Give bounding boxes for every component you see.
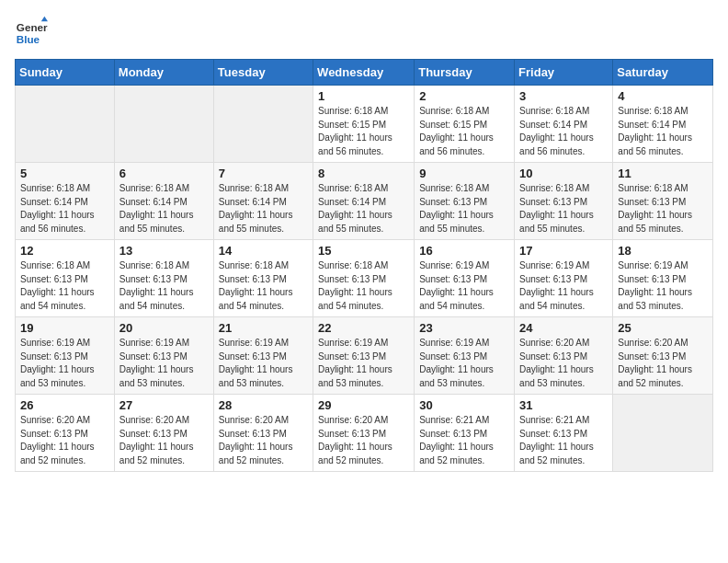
day-number: 16 [419, 244, 509, 258]
day-info: Sunrise: 6:18 AM Sunset: 6:13 PM Dayligh… [119, 259, 209, 313]
calendar-cell: 28Sunrise: 6:20 AM Sunset: 6:13 PM Dayli… [213, 395, 313, 472]
calendar-cell: 12Sunrise: 6:18 AM Sunset: 6:13 PM Dayli… [16, 240, 115, 317]
weekday-header-monday: Monday [114, 60, 213, 86]
day-info: Sunrise: 6:19 AM Sunset: 6:13 PM Dayligh… [618, 259, 708, 313]
week-row-1: 1Sunrise: 6:18 AM Sunset: 6:15 PM Daylig… [16, 86, 713, 163]
day-info: Sunrise: 6:18 AM Sunset: 6:15 PM Dayligh… [318, 105, 409, 158]
day-number: 31 [519, 398, 608, 412]
day-info: Sunrise: 6:18 AM Sunset: 6:13 PM Dayligh… [20, 259, 109, 313]
calendar-cell: 3Sunrise: 6:18 AM Sunset: 6:14 PM Daylig… [515, 86, 613, 163]
weekday-header-thursday: Thursday [415, 60, 515, 86]
day-number: 11 [618, 167, 708, 180]
day-number: 23 [419, 321, 509, 335]
week-row-5: 26Sunrise: 6:20 AM Sunset: 6:13 PM Dayli… [16, 395, 713, 472]
logo-icon: General Blue [15, 15, 48, 48]
calendar-cell: 17Sunrise: 6:19 AM Sunset: 6:13 PM Dayli… [515, 240, 613, 317]
calendar-cell: 13Sunrise: 6:18 AM Sunset: 6:13 PM Dayli… [114, 240, 213, 317]
calendar-cell [613, 395, 713, 472]
day-info: Sunrise: 6:19 AM Sunset: 6:13 PM Dayligh… [219, 337, 308, 390]
day-info: Sunrise: 6:20 AM Sunset: 6:13 PM Dayligh… [618, 337, 708, 390]
day-info: Sunrise: 6:18 AM Sunset: 6:13 PM Dayligh… [618, 182, 708, 236]
day-number: 25 [618, 321, 708, 335]
day-number: 29 [318, 398, 409, 412]
svg-text:Blue: Blue [17, 33, 40, 45]
calendar-cell: 15Sunrise: 6:18 AM Sunset: 6:13 PM Dayli… [313, 240, 415, 317]
day-number: 18 [618, 244, 708, 258]
calendar-cell: 19Sunrise: 6:19 AM Sunset: 6:13 PM Dayli… [16, 317, 115, 395]
calendar-cell: 5Sunrise: 6:18 AM Sunset: 6:14 PM Daylig… [16, 163, 115, 240]
day-number: 8 [318, 167, 409, 180]
calendar-cell: 23Sunrise: 6:19 AM Sunset: 6:13 PM Dayli… [415, 317, 515, 395]
calendar-cell: 14Sunrise: 6:18 AM Sunset: 6:13 PM Dayli… [213, 240, 313, 317]
day-info: Sunrise: 6:20 AM Sunset: 6:13 PM Dayligh… [519, 337, 608, 390]
day-info: Sunrise: 6:18 AM Sunset: 6:15 PM Dayligh… [419, 105, 509, 158]
calendar-cell: 22Sunrise: 6:19 AM Sunset: 6:13 PM Dayli… [313, 317, 415, 395]
svg-text:General: General [17, 21, 48, 33]
day-number: 22 [318, 321, 409, 335]
calendar-cell: 21Sunrise: 6:19 AM Sunset: 6:13 PM Dayli… [213, 317, 313, 395]
day-number: 14 [219, 244, 308, 258]
day-number: 2 [419, 89, 509, 103]
calendar-table: SundayMondayTuesdayWednesdayThursdayFrid… [15, 59, 713, 472]
logo: General Blue [15, 15, 48, 48]
calendar-cell: 11Sunrise: 6:18 AM Sunset: 6:13 PM Dayli… [613, 163, 713, 240]
day-info: Sunrise: 6:18 AM Sunset: 6:14 PM Dayligh… [519, 105, 608, 158]
day-number: 17 [519, 244, 608, 258]
weekday-header-friday: Friday [515, 60, 613, 86]
calendar-cell: 18Sunrise: 6:19 AM Sunset: 6:13 PM Dayli… [613, 240, 713, 317]
day-number: 13 [119, 244, 209, 258]
calendar-cell: 27Sunrise: 6:20 AM Sunset: 6:13 PM Dayli… [114, 395, 213, 472]
calendar-cell: 10Sunrise: 6:18 AM Sunset: 6:13 PM Dayli… [515, 163, 613, 240]
day-number: 12 [20, 244, 109, 258]
day-info: Sunrise: 6:19 AM Sunset: 6:13 PM Dayligh… [519, 259, 608, 313]
weekday-header-sunday: Sunday [16, 60, 115, 86]
day-number: 24 [519, 321, 608, 335]
day-number: 4 [618, 89, 708, 103]
day-info: Sunrise: 6:18 AM Sunset: 6:14 PM Dayligh… [318, 182, 409, 236]
day-number: 27 [119, 398, 209, 412]
day-number: 9 [419, 167, 509, 180]
day-info: Sunrise: 6:18 AM Sunset: 6:13 PM Dayligh… [318, 259, 409, 313]
day-info: Sunrise: 6:18 AM Sunset: 6:14 PM Dayligh… [219, 182, 308, 236]
day-info: Sunrise: 6:20 AM Sunset: 6:13 PM Dayligh… [219, 414, 308, 467]
week-row-4: 19Sunrise: 6:19 AM Sunset: 6:13 PM Dayli… [16, 317, 713, 395]
calendar-cell: 9Sunrise: 6:18 AM Sunset: 6:13 PM Daylig… [415, 163, 515, 240]
calendar-cell: 20Sunrise: 6:19 AM Sunset: 6:13 PM Dayli… [114, 317, 213, 395]
day-info: Sunrise: 6:20 AM Sunset: 6:13 PM Dayligh… [20, 414, 109, 467]
weekday-header-saturday: Saturday [613, 60, 713, 86]
page-header: General Blue [15, 15, 713, 48]
weekday-header-row: SundayMondayTuesdayWednesdayThursdayFrid… [16, 60, 713, 86]
calendar-cell [114, 86, 213, 163]
calendar-cell: 16Sunrise: 6:19 AM Sunset: 6:13 PM Dayli… [415, 240, 515, 317]
calendar-cell: 26Sunrise: 6:20 AM Sunset: 6:13 PM Dayli… [16, 395, 115, 472]
day-number: 28 [219, 398, 308, 412]
calendar-cell: 31Sunrise: 6:21 AM Sunset: 6:13 PM Dayli… [515, 395, 613, 472]
day-number: 7 [219, 167, 308, 180]
day-info: Sunrise: 6:18 AM Sunset: 6:14 PM Dayligh… [20, 182, 109, 236]
day-number: 6 [119, 167, 209, 180]
day-number: 3 [519, 89, 608, 103]
day-info: Sunrise: 6:20 AM Sunset: 6:13 PM Dayligh… [318, 414, 409, 467]
day-info: Sunrise: 6:19 AM Sunset: 6:13 PM Dayligh… [119, 337, 209, 390]
day-number: 1 [318, 89, 409, 103]
calendar-cell: 7Sunrise: 6:18 AM Sunset: 6:14 PM Daylig… [213, 163, 313, 240]
weekday-header-tuesday: Tuesday [213, 60, 313, 86]
day-number: 20 [119, 321, 209, 335]
calendar-cell: 1Sunrise: 6:18 AM Sunset: 6:15 PM Daylig… [313, 86, 415, 163]
day-info: Sunrise: 6:19 AM Sunset: 6:13 PM Dayligh… [318, 337, 409, 390]
day-info: Sunrise: 6:21 AM Sunset: 6:13 PM Dayligh… [519, 414, 608, 467]
day-number: 15 [318, 244, 409, 258]
day-number: 30 [419, 398, 509, 412]
week-row-3: 12Sunrise: 6:18 AM Sunset: 6:13 PM Dayli… [16, 240, 713, 317]
calendar-cell [16, 86, 115, 163]
day-info: Sunrise: 6:18 AM Sunset: 6:13 PM Dayligh… [519, 182, 608, 236]
day-number: 5 [20, 167, 109, 180]
day-info: Sunrise: 6:19 AM Sunset: 6:13 PM Dayligh… [419, 337, 509, 390]
day-info: Sunrise: 6:18 AM Sunset: 6:13 PM Dayligh… [419, 182, 509, 236]
day-info: Sunrise: 6:19 AM Sunset: 6:13 PM Dayligh… [20, 337, 109, 390]
day-number: 10 [519, 167, 608, 180]
calendar-cell: 2Sunrise: 6:18 AM Sunset: 6:15 PM Daylig… [415, 86, 515, 163]
calendar-cell [213, 86, 313, 163]
svg-marker-2 [41, 17, 48, 21]
calendar-cell: 8Sunrise: 6:18 AM Sunset: 6:14 PM Daylig… [313, 163, 415, 240]
